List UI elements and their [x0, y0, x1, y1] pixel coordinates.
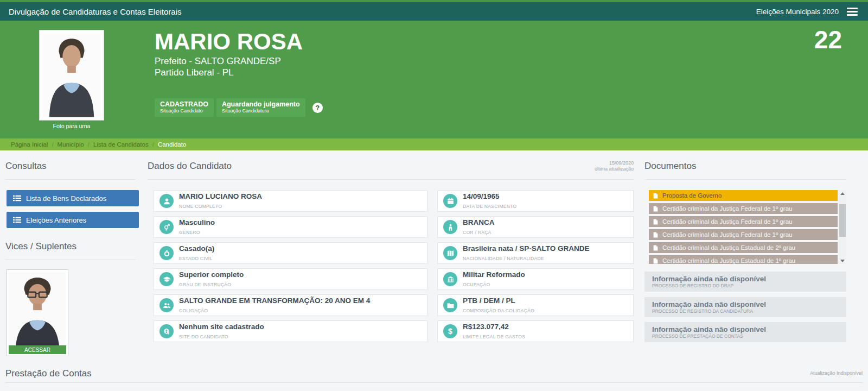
prestacao-contas-title: Prestação de Contas — [5, 368, 92, 379]
document-label: Certidão criminal da Justiça Federal de … — [662, 231, 792, 238]
pending-value: Informação ainda não disponível — [652, 300, 839, 308]
acessar-button[interactable]: ACESSAR — [9, 345, 66, 354]
button-label: Lista de Bens Declarados — [26, 194, 106, 203]
pending-card-candidatura: Informação ainda não disponível PROCESSO… — [644, 297, 846, 317]
question-mark-icon[interactable]: ? — [312, 103, 323, 113]
atualizacao-indisponivel-note: Atualização Indisponível — [754, 370, 863, 376]
field-value: 14/09/1965 — [463, 192, 516, 200]
list-icon — [13, 195, 21, 201]
election-edition-label: Eleições Municipais 2020 — [756, 8, 839, 16]
status-badge-candidato: CADASTRADO Situação Candidato — [155, 98, 214, 117]
field-value: Superior completo — [179, 270, 244, 279]
document-icon — [653, 193, 658, 199]
document-label: Certidão criminal da Justiça Federal de … — [662, 205, 792, 212]
pending-label: PROCESSO DE PRESTAÇÃO DE CONTAS — [652, 333, 839, 339]
document-label: Certidão criminal da Justiça Federal de … — [662, 218, 792, 225]
candidate-photo — [39, 30, 104, 121]
document-item-certidao[interactable]: Certidão criminal da Justiça Federal de … — [649, 216, 838, 227]
eleicoes-anteriores-button[interactable]: Eleições Anteriores — [7, 212, 139, 228]
field-site-candidato: Nenhum site cadastradoSITE DO CANDIDATO — [154, 320, 427, 342]
field-value: MARIO LUCIANO ROSA — [179, 192, 262, 200]
consultas-title: Consultas — [5, 161, 47, 172]
document-item-certidao[interactable]: Certidão criminal da Justiça Federal de … — [649, 229, 838, 240]
list-icon — [13, 217, 21, 223]
field-label: COLIGAÇÃO — [179, 308, 208, 313]
status-badge-label: Situação Candidato — [160, 108, 208, 114]
status-badge-value: Aguardando julgamento — [222, 100, 300, 108]
dados-candidato-title: Dados do Candidato — [148, 161, 232, 172]
user-icon — [163, 197, 171, 205]
gender-icon — [163, 223, 171, 231]
pending-card-drap: Informação ainda não disponível PROCESSO… — [644, 272, 846, 292]
vice-candidate-card[interactable]: ACESSAR — [7, 269, 68, 356]
pending-label: PROCESSO DE REGISTRO DO DRAP — [652, 283, 839, 288]
breadcrumb-separator: / — [88, 141, 90, 148]
pending-label: PROCESSO DE REGISTRO DA CANDIDATURA — [652, 308, 839, 314]
field-value: PTB / DEM / PL — [463, 297, 534, 305]
breadcrumb-home[interactable]: Página Inicial — [11, 141, 48, 148]
ring-icon — [163, 249, 171, 257]
updated-label: última atualização — [525, 166, 634, 172]
divider — [5, 179, 136, 180]
status-badge-candidatura: Aguardando julgamento Situação Candidatu… — [216, 98, 305, 117]
document-label: Certidão criminal da Justiça Estadual de… — [662, 257, 795, 264]
field-value: R$123.077,42 — [463, 323, 525, 331]
field-label: COR / RAÇA — [463, 230, 492, 235]
document-icon — [653, 206, 658, 212]
field-nacionalidade: Brasileira nata / SP-SALTO GRANDENACIONA… — [437, 242, 634, 264]
document-icon — [653, 245, 658, 251]
field-grau-instrucao: Superior completoGRAU DE INSTRUÇÃO — [154, 268, 427, 290]
document-icon — [653, 258, 658, 264]
document-item-certidao[interactable]: Certidão criminal da Justiça Estadual de… — [649, 255, 838, 264]
field-value: Nenhum site cadastrado — [179, 323, 264, 331]
group-icon — [163, 301, 171, 310]
field-label: NOME COMPLETO — [179, 204, 222, 209]
breadcrumb-separator: / — [52, 141, 53, 148]
lista-bens-declarados-button[interactable]: Lista de Bens Declarados — [7, 190, 139, 206]
triangle-down-icon[interactable] — [839, 257, 846, 264]
status-badge-value: CADASTRADO — [160, 100, 208, 108]
candidate-portrait-image — [42, 33, 101, 117]
candidate-hero: Foto para urna MARIO ROSA Prefeito - SAL… — [0, 21, 868, 138]
field-label: GÊNERO — [179, 230, 200, 235]
globe-icon — [163, 327, 171, 336]
field-estado-civil: Casado(a)ESTADO CIVIL — [154, 242, 427, 264]
field-label: LIMITE LEGAL DE GASTOS — [463, 334, 525, 339]
document-item-proposta-governo[interactable]: Proposta de Governo — [649, 190, 838, 201]
person-icon — [446, 223, 455, 231]
candidate-name: MARIO ROSA — [155, 29, 303, 55]
candidate-office: Prefeito - SALTO GRANDE/SP — [155, 55, 281, 67]
vice-portrait-image — [9, 272, 66, 354]
breadcrumb-municipio[interactable]: Município — [58, 141, 84, 148]
updated-date: 15/09/2020 — [525, 160, 634, 166]
field-value: Militar Reformado — [463, 270, 525, 279]
status-badge-label: Situação Candidatura — [222, 108, 300, 114]
bank-icon — [446, 275, 455, 283]
photo-caption: Foto para urna — [39, 123, 104, 129]
field-label: SITE DO CANDIDATO — [179, 334, 228, 339]
ballot-number: 22 — [814, 25, 842, 54]
hamburger-menu-icon[interactable] — [845, 6, 859, 17]
document-item-certidao[interactable]: Certidão criminal da Justiça Federal de … — [649, 203, 838, 214]
document-label: Proposta de Governo — [662, 192, 722, 199]
app-title: Divulgação de Candidaturas e Contas Elei… — [9, 7, 182, 16]
field-value: Masculino — [179, 218, 215, 226]
breadcrumb-lista-candidatos[interactable]: Lista de Candidatos — [93, 141, 149, 148]
field-value: BRANCA — [463, 218, 495, 226]
field-label: NACIONALIDADE / NATURALIDADE — [463, 256, 544, 261]
pending-card-prestacao: Informação ainda não disponível PROCESSO… — [644, 322, 846, 342]
document-item-certidao[interactable]: Certidão criminal da Justiça Estadual de… — [649, 242, 838, 253]
vices-suplentes-title: Vices / Suplentes — [5, 241, 76, 252]
field-coligacao: SALTO GRANDE EM TRANSFORMAÇÃO: 20 ANO EM… — [154, 294, 427, 316]
field-genero: MasculinoGÊNERO — [154, 216, 427, 238]
divider — [5, 382, 863, 383]
documents-scrollbar[interactable] — [839, 190, 846, 264]
breadcrumb-separator: / — [152, 141, 154, 148]
triangle-up-icon[interactable] — [839, 190, 846, 197]
documentos-title: Documentos — [644, 161, 696, 172]
field-label: GRAU DE INSTRUÇÃO — [179, 282, 231, 287]
field-label: DATA DE NASCIMENTO — [463, 204, 516, 209]
field-composicao-coligacao: PTB / DEM / PLCOMPOSIÇÃO DA COLIGAÇÃO — [437, 294, 634, 316]
scrollbar-thumb[interactable] — [839, 204, 846, 237]
divider — [148, 179, 634, 180]
